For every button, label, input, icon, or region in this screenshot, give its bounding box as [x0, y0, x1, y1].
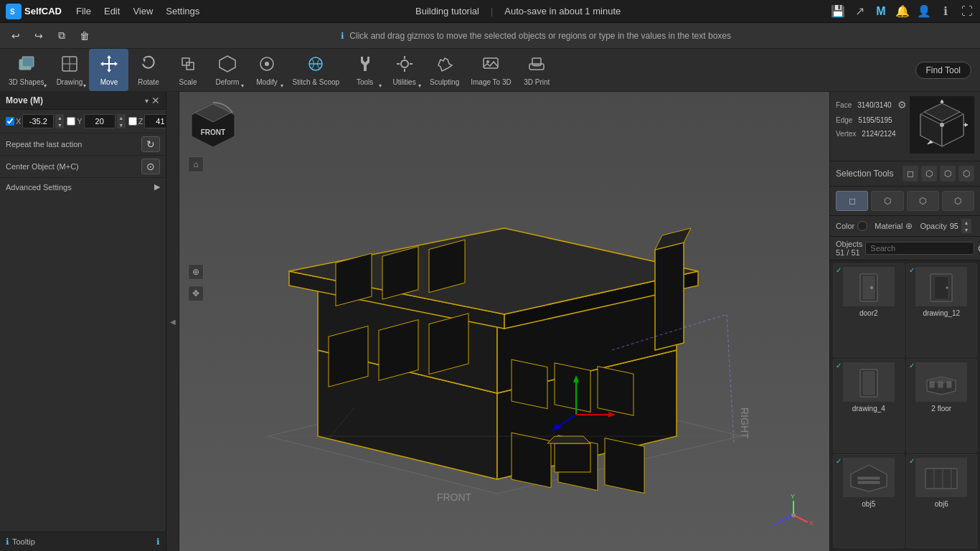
select-edge-icon[interactable]: ⬡: [940, 166, 956, 182]
object-cell-obj6[interactable]: ✓ obj6: [906, 454, 978, 548]
viewport[interactable]: FRONT RIGHT FRONT ⌂ ⊕ ✥: [179, 92, 829, 551]
fullscreen-icon[interactable]: ⛶: [960, 4, 974, 19]
tool-modify[interactable]: Modify: [247, 49, 286, 91]
objects-settings-icon[interactable]: ⚙: [977, 243, 980, 254]
svg-rect-107: [858, 477, 880, 479]
panel-close-button[interactable]: ✕: [151, 95, 160, 106]
advanced-settings-row[interactable]: Advanced Settings ▶: [0, 178, 166, 196]
select-vertex-icon[interactable]: ⬡: [958, 166, 974, 182]
opacity-down-button[interactable]: ▼: [961, 226, 971, 233]
svg-marker-53: [655, 242, 684, 350]
tooltip-help-icon[interactable]: ℹ: [156, 537, 160, 547]
home-view-button[interactable]: ⌂: [188, 156, 204, 172]
copy-button[interactable]: ⧉: [52, 26, 72, 46]
tool-move[interactable]: Move: [89, 49, 128, 91]
edge-info-row: Edge 5195/5195: [836, 113, 907, 127]
tool-scale[interactable]: Scale: [168, 49, 207, 91]
tool-sculpting[interactable]: Sculpting: [424, 49, 465, 91]
objects-search-input[interactable]: [865, 242, 974, 255]
view-mode-solid[interactable]: ◻: [836, 191, 868, 211]
user-icon[interactable]: 👤: [917, 4, 931, 19]
axis-indicator: X Z Y: [772, 494, 815, 537]
menu-edit[interactable]: Edit: [98, 3, 126, 19]
svg-point-97: [946, 287, 948, 289]
tools-label: Tools: [357, 78, 373, 86]
menu-file[interactable]: File: [70, 3, 97, 19]
panel-collapse-button[interactable]: ◀: [166, 92, 179, 551]
view-mode-wireframe[interactable]: ⬡: [907, 191, 939, 211]
redo-button[interactable]: ↪: [29, 26, 49, 46]
share-icon[interactable]: ↗: [852, 4, 867, 19]
undo-button[interactable]: ↩: [6, 26, 26, 46]
opacity-up-button[interactable]: ▲: [961, 219, 971, 226]
top-right-icons: 💾 ↗ M 🔔 👤 ℹ ⛶: [831, 4, 974, 19]
svg-rect-106: [858, 481, 880, 484]
object-cell-obj5[interactable]: ✓ obj5: [833, 454, 905, 548]
tool-deform[interactable]: Deform: [207, 49, 247, 91]
app-logo[interactable]: S SelfCAD: [6, 4, 62, 19]
drawing-label: Drawing: [57, 78, 83, 86]
view-mode-material[interactable]: ⬡: [871, 191, 903, 211]
objects-count-label: Objects 51 / 51: [836, 240, 862, 257]
object-cell-2floor[interactable]: ✓ 2 floor: [906, 359, 978, 453]
delete-button[interactable]: 🗑: [75, 26, 95, 46]
move-label: Move: [100, 78, 118, 86]
obj-check-drawing12: ✓: [909, 266, 915, 274]
object-cell-drawing12[interactable]: ✓ drawing_12: [906, 263, 978, 357]
y-down-button[interactable]: ▼: [117, 121, 126, 128]
menu-view[interactable]: View: [127, 3, 159, 19]
center-object-row: Center Object (M+C) ⊙: [0, 156, 166, 178]
sculpting-label: Sculpting: [430, 78, 459, 86]
tool-3d-print[interactable]: 3D Print: [517, 49, 557, 91]
bell-icon[interactable]: 🔔: [895, 4, 910, 19]
tool-tools[interactable]: Tools: [345, 49, 385, 91]
face-info-row: Face 3140/3140 ⚙: [836, 96, 907, 113]
info-icon[interactable]: ℹ: [938, 4, 953, 19]
settings-gear-icon[interactable]: ⚙: [897, 99, 907, 110]
zoom-controls[interactable]: ⊕: [188, 264, 204, 280]
m-icon[interactable]: M: [874, 4, 888, 19]
select-material-icon[interactable]: ⬡: [921, 166, 937, 182]
x-down-button[interactable]: ▼: [55, 121, 64, 128]
y-up-button[interactable]: ▲: [117, 114, 126, 121]
tool-rotate[interactable]: Rotate: [128, 49, 168, 91]
tool-utilities[interactable]: Utilities: [385, 49, 424, 91]
menu-settings[interactable]: Settings: [160, 3, 205, 19]
tool-stitch-scoop[interactable]: Stitch & Scoop: [286, 49, 345, 91]
3d-shape-thumbnail: [910, 96, 974, 154]
edge-value: 5195/5195: [858, 116, 892, 124]
object-cell-door2[interactable]: ✓ door2: [833, 263, 905, 357]
project-title: Building tutorial: [415, 6, 479, 17]
tool-drawing[interactable]: Drawing: [50, 49, 89, 91]
view-mode-texture[interactable]: ⬡: [942, 191, 974, 211]
y-axis-checkbox[interactable]: [67, 117, 75, 126]
tooltip-info-icon: ℹ: [6, 537, 9, 547]
material-icon[interactable]: ⊕: [905, 221, 913, 231]
tool-image-to-3d[interactable]: Image To 3D: [465, 49, 517, 91]
select-face-icon[interactable]: ◻: [903, 166, 918, 182]
color-picker[interactable]: [857, 221, 867, 231]
x-axis-label: X: [16, 117, 21, 126]
object-cell-drawing4[interactable]: ✓ drawing_4: [833, 359, 905, 453]
opacity-value: 95: [950, 222, 958, 230]
building-scene: FRONT RIGHT: [179, 92, 829, 551]
y-axis-input[interactable]: [84, 114, 116, 128]
z-axis-checkbox[interactable]: [128, 117, 137, 126]
tool-3d-shapes[interactable]: 3D Shapes: [3, 49, 50, 91]
z-axis-input[interactable]: [144, 114, 166, 128]
x-up-button[interactable]: ▲: [55, 114, 64, 121]
x-axis-input[interactable]: [22, 114, 54, 128]
svg-rect-15: [187, 62, 194, 70]
svg-rect-108: [925, 468, 957, 489]
obj-check-drawing4: ✓: [836, 362, 842, 369]
center-object-button[interactable]: ⊙: [141, 159, 160, 174]
z-axis-group: Z ▲ ▼: [128, 114, 166, 128]
navigation-cube[interactable]: FRONT: [188, 100, 238, 151]
repeat-action-button[interactable]: ↻: [141, 136, 160, 152]
obj-thumb-obj6: [915, 458, 967, 497]
pan-controls[interactable]: ✥: [188, 286, 204, 301]
find-tool-button[interactable]: Find Tool: [915, 62, 971, 79]
y-axis-group: Y ▲ ▼: [67, 114, 125, 128]
save-icon[interactable]: 💾: [831, 4, 845, 19]
x-axis-checkbox[interactable]: [6, 117, 14, 126]
